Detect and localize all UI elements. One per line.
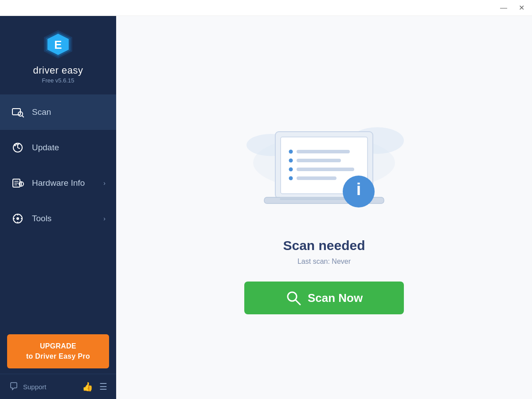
title-bar: — ✕ [0, 0, 532, 16]
logo-name: driver easy [33, 65, 83, 76]
svg-rect-30 [297, 159, 341, 162]
scan-icon [11, 105, 25, 119]
scan-now-label: Scan Now [308, 291, 363, 305]
sidebar-footer: Support 👍 ☰ [0, 374, 116, 399]
minimize-button[interactable]: — [498, 3, 509, 13]
sidebar: E driver easy Free v5.6.15 Scan [0, 16, 116, 399]
upgrade-line1: UPGRADE [40, 342, 76, 350]
svg-point-17 [16, 217, 19, 220]
close-button[interactable]: ✕ [516, 3, 527, 13]
sidebar-item-scan[interactable]: Scan [0, 94, 116, 130]
svg-point-27 [289, 150, 293, 154]
support-label: Support [23, 383, 47, 391]
svg-line-40 [296, 300, 300, 305]
scan-now-icon [286, 290, 301, 306]
tools-icon [11, 211, 25, 226]
thumbs-up-icon[interactable]: 👍 [82, 381, 93, 392]
svg-rect-34 [297, 176, 336, 180]
svg-rect-28 [297, 150, 350, 153]
app-body: E driver easy Free v5.6.15 Scan [0, 16, 532, 399]
svg-rect-32 [297, 168, 354, 171]
svg-point-29 [289, 159, 293, 163]
update-icon [11, 141, 25, 155]
sidebar-item-scan-label: Scan [32, 107, 106, 117]
scan-now-button[interactable]: Scan Now [244, 282, 404, 314]
sidebar-logo: E driver easy Free v5.6.15 [0, 16, 116, 94]
menu-icon[interactable]: ☰ [99, 381, 107, 392]
svg-line-6 [22, 116, 23, 117]
scan-illustration: i [240, 101, 408, 225]
sidebar-item-update-label: Update [32, 143, 106, 153]
upgrade-button[interactable]: UPGRADE to Driver Easy Pro [7, 334, 109, 368]
footer-icons: 👍 ☰ [82, 381, 107, 392]
svg-point-31 [289, 168, 293, 172]
sidebar-nav: Scan Update [0, 94, 116, 329]
support-chat-icon [9, 382, 19, 391]
driver-easy-logo-icon: E [42, 28, 74, 60]
upgrade-line2: to Driver Easy Pro [26, 352, 90, 360]
sidebar-item-hardware-info[interactable]: Hardware Info › [0, 165, 116, 201]
sidebar-item-update[interactable]: Update [0, 130, 116, 165]
support-link[interactable]: Support [9, 382, 47, 391]
svg-text:E: E [54, 38, 62, 51]
sidebar-item-hardware-info-label: Hardware Info [32, 178, 96, 188]
logo-version: Free v5.6.15 [42, 77, 74, 84]
sidebar-item-tools-label: Tools [32, 214, 96, 223]
main-content: i Scan needed Last scan: Never Scan Now [116, 16, 532, 399]
sidebar-item-tools[interactable]: Tools › [0, 201, 116, 236]
svg-point-33 [289, 176, 293, 180]
scan-needed-title: Scan needed [283, 238, 365, 253]
hardware-info-chevron-icon: › [103, 180, 106, 187]
last-scan-label: Last scan: Never [297, 258, 351, 266]
svg-text:i: i [356, 180, 361, 199]
hardware-info-icon [11, 176, 25, 190]
tools-chevron-icon: › [103, 215, 106, 222]
